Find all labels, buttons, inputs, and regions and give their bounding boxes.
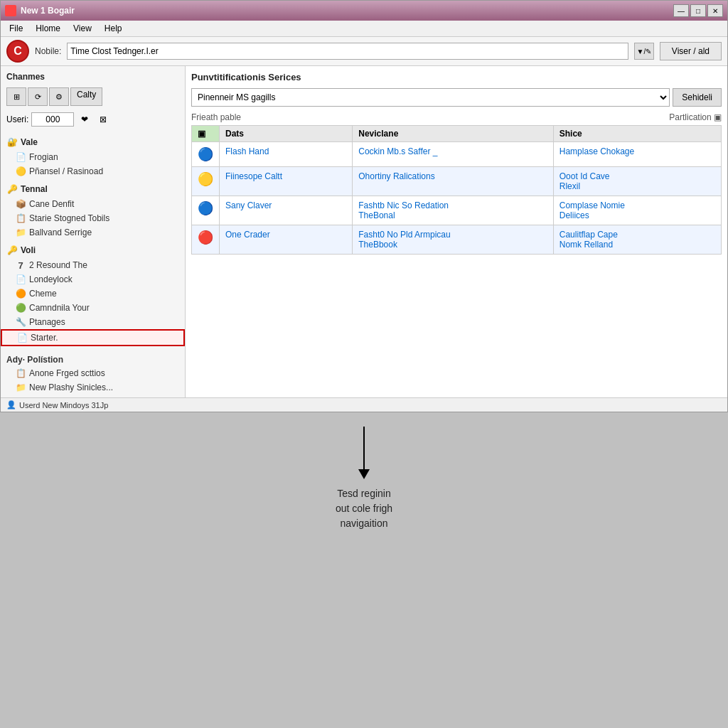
app-icon <box>5 5 16 16</box>
main-content: Chanmes ⊞ ⟳ ⚙ Calty Useri: ❤ ⊠ 🔐 <box>1 66 727 397</box>
annotation-area: Tesd regininout cole frighnavigaition <box>0 412 728 545</box>
minimize-button[interactable]: — <box>673 4 689 17</box>
arrow-line <box>363 427 365 469</box>
vale-group-icon: 🔐 <box>6 136 18 148</box>
row2-shice: Ooot Id CaveRlexil <box>553 167 721 196</box>
col-dats: Dats <box>220 126 353 142</box>
table-header-row: ▣ Dats Neviclane Shice <box>192 126 722 142</box>
row3-icon: 🔵 <box>192 196 220 225</box>
table-row: 🟡 Fiinesope Caltt Ohortiny Ralications O… <box>192 167 722 196</box>
row3-shice-link[interactable]: Complase NomieDeliices <box>560 200 625 220</box>
viser-button[interactable]: Viser / ald <box>660 42 722 60</box>
maximize-button[interactable]: □ <box>690 4 706 17</box>
nobile-label: Nobile: <box>35 46 61 56</box>
user-input[interactable] <box>31 112 74 127</box>
main-window: New 1 Bogair — □ ✕ File Hlome View Help … <box>0 0 728 412</box>
service-dropdown[interactable]: Pinenneir MS gagills <box>191 88 670 107</box>
close-button[interactable]: ✕ <box>707 4 723 17</box>
titlebar-title: New 1 Bogair <box>5 5 75 16</box>
table-row: 🔴 One Crader Fasht0 No Pld ArmpicauTheBb… <box>192 225 722 255</box>
row3-dats: Sany Claver <box>220 196 353 225</box>
tree-group-voli: 🔑 Voli 7 2 Resound The 📄 Londeylock 🟠 Ch… <box>1 241 185 348</box>
starter-icon: 📄 <box>16 332 28 343</box>
arrow-head <box>358 469 370 479</box>
toolbar: C Nobile: ▼/✎ Viser / ald <box>1 37 727 66</box>
tree-item-starie[interactable]: 📋 Starie Stogned Tobils <box>1 211 185 225</box>
panel-toolbar: ⊞ ⟳ ⚙ Calty <box>1 85 185 109</box>
ballvand-icon: 📁 <box>15 227 26 238</box>
row4-shice: Caulitflap CapeNomk Relland <box>553 225 721 255</box>
col-neviclane: Neviclane <box>353 126 554 142</box>
resound-icon: 7 <box>15 259 26 271</box>
address-input[interactable] <box>67 43 628 60</box>
tree-group-tennal: 🔑 Tennal 📦 Cane Denfit 📋 Starie Stogned … <box>1 180 185 241</box>
group-vale-label[interactable]: 🔐 Vale <box>1 134 185 150</box>
row2-dats-link[interactable]: Fiinesope Caltt <box>225 171 282 181</box>
right-panel: Punvtitificationis Serices Pinenneir MS … <box>186 66 727 397</box>
pnansel-icon: 🟡 <box>15 166 26 177</box>
row4-shice-link[interactable]: Caulitflap CapeNomk Relland <box>560 230 618 250</box>
section-item-new-plashy[interactable]: 📁 New Plashy Sinicles... <box>1 380 185 395</box>
frogian-icon: 📄 <box>15 151 26 163</box>
tree-item-2resound[interactable]: 7 2 Resound The <box>1 258 185 272</box>
ady-polístion-label: Ady· Polístion <box>1 350 185 366</box>
data-table: ▣ Dats Neviclane Shice 🔵 Flash Hand Cock… <box>191 125 722 255</box>
group-tennal-label[interactable]: 🔑 Tennal <box>1 181 185 197</box>
address-dropdown-button[interactable]: ▼/✎ <box>634 43 654 60</box>
row4-neviclane-link[interactable]: Fasht0 No Pld ArmpicauTheBbook <box>358 230 450 250</box>
tree-item-londeylock[interactable]: 📄 Londeylock <box>1 272 185 287</box>
row3-dats-link[interactable]: Sany Claver <box>225 200 272 210</box>
sehideli-button[interactable]: Sehideli <box>673 88 722 107</box>
row1-icon: 🔵 <box>192 142 220 167</box>
tree-item-cane-denfit[interactable]: 📦 Cane Denfit <box>1 197 185 211</box>
logo-button[interactable]: C <box>6 40 29 63</box>
row3-neviclane-link[interactable]: Fashtb Nic So RedationTheBonal <box>358 200 449 220</box>
titlebar: New 1 Bogair — □ ✕ <box>1 1 727 21</box>
bottom-section: Ady· Polístion 📋 Anone Frged scttios 📁 N… <box>1 348 185 397</box>
row4-neviclane: Fasht0 No Pld ArmpicauTheBbook <box>353 225 554 255</box>
menu-hlome[interactable]: Hlome <box>30 22 66 35</box>
tree-item-cheme[interactable]: 🟠 Cheme <box>1 287 185 301</box>
user-filter-icon[interactable]: ⊠ <box>95 112 111 127</box>
user-heart-icon[interactable]: ❤ <box>77 112 92 127</box>
camndnila-icon: 🟢 <box>15 302 26 314</box>
new-plashy-icon: 📁 <box>15 382 26 393</box>
row1-shice-link[interactable]: Hamplase Chokage <box>560 146 634 156</box>
table-title-row: Frieath pable Partlication ▣ <box>191 112 722 122</box>
row1-neviclane-link[interactable]: Cockin Mb.s Saffer _ <box>358 146 437 156</box>
row2-neviclane-link[interactable]: Ohortiny Ralications <box>358 171 434 181</box>
tree-item-frogian[interactable]: 📄 Frogian <box>1 150 185 164</box>
panel-btn-grid[interactable]: ⊞ <box>6 87 26 106</box>
section-item-anone[interactable]: 📋 Anone Frged scttios <box>1 366 185 380</box>
status-icon: 👤 <box>6 400 16 410</box>
table-row: 🔵 Flash Hand Cockin Mb.s Saffer _ Hampla… <box>192 142 722 167</box>
row1-dats-link[interactable]: Flash Hand <box>225 146 269 156</box>
window-controls: — □ ✕ <box>673 4 723 17</box>
tree-item-starter[interactable]: 📄 Starter. <box>1 329 185 346</box>
pagination-label: Partlication ▣ <box>669 112 722 122</box>
group-voli-label[interactable]: 🔑 Voli <box>1 242 185 258</box>
row2-shice-link[interactable]: Ooot Id CaveRlexil <box>560 171 610 191</box>
panel-btn-refresh[interactable]: ⟳ <box>28 87 48 106</box>
menu-view[interactable]: View <box>68 22 97 35</box>
menu-file[interactable]: File <box>4 22 28 35</box>
window-title: New 1 Bogair <box>21 6 75 16</box>
tennal-group-icon: 🔑 <box>6 183 18 195</box>
tree-item-camndnila[interactable]: 🟢 Camndnila Your <box>1 301 185 315</box>
frieath-pable-label: Frieath pable <box>191 112 241 122</box>
tree-item-ptanages[interactable]: 🔧 Ptanages <box>1 315 185 329</box>
user-row: Useri: ❤ ⊠ <box>1 109 185 130</box>
calty-button[interactable]: Calty <box>70 87 102 106</box>
tree-item-pnansel[interactable]: 🟡 Pñansel / Rasinoad <box>1 164 185 178</box>
cheme-icon: 🟠 <box>15 288 26 299</box>
col-icon: ▣ <box>192 126 220 142</box>
menu-help[interactable]: Help <box>99 22 128 35</box>
row2-neviclane: Ohortiny Ralications <box>353 167 554 196</box>
row4-icon: 🔴 <box>192 225 220 255</box>
row4-dats-link[interactable]: One Crader <box>225 230 270 240</box>
annotation-text: Tesd regininout cole frighnavigaition <box>336 486 392 531</box>
left-panel: Chanmes ⊞ ⟳ ⚙ Calty Useri: ❤ ⊠ 🔐 <box>1 66 186 397</box>
tree-item-ballvand[interactable]: 📁 Ballvand Serrige <box>1 225 185 240</box>
chanmes-section: Chanmes ⊞ ⟳ ⚙ Calty Useri: ❤ ⊠ <box>1 66 185 133</box>
panel-btn-settings[interactable]: ⚙ <box>49 87 69 106</box>
